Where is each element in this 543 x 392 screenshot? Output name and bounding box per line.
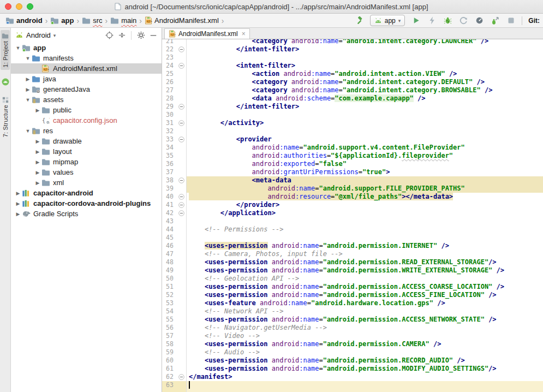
fold-marker-icon[interactable]	[177, 201, 187, 209]
code-line-60[interactable]: 60 <uses-permission android:name="androi…	[162, 357, 543, 365]
tree-chevron-right-icon[interactable]: ▶	[24, 87, 32, 92]
profiler-gauge-icon[interactable]	[474, 16, 484, 26]
code-line-57[interactable]: 57 <!-- Video -->	[162, 332, 543, 340]
tree-item-assets[interactable]: ▼assets	[11, 94, 162, 105]
fold-marker-icon[interactable]	[177, 209, 187, 217]
run-button[interactable]	[411, 16, 421, 26]
code-line-45[interactable]: 45	[162, 234, 543, 242]
code-line-34[interactable]: 34 android:name="android.support.v4.cont…	[162, 144, 543, 152]
rail-item-7-structure[interactable]: 7: Structure	[1, 94, 10, 140]
code-line-26[interactable]: 26 <category android:name="android.inten…	[162, 78, 543, 86]
breadcrumb-item-app[interactable]: app	[49, 16, 75, 25]
fold-marker-icon[interactable]	[177, 193, 187, 201]
tree-item-public[interactable]: ▶public	[11, 105, 162, 115]
code-line-48[interactable]: 48 <uses-permission android:name="androi…	[162, 258, 543, 266]
breadcrumb-item-android[interactable]: android	[4, 16, 44, 25]
tree-item-capacitor-config-json[interactable]: { }capacitor.config.json	[11, 115, 162, 126]
code-line-24[interactable]: 24 <intent-filter>	[162, 62, 543, 70]
tree-chevron-down-icon[interactable]: ▼	[14, 45, 22, 51]
settings-gear-icon[interactable]	[136, 31, 146, 40]
fold-marker-icon[interactable]	[177, 62, 187, 70]
fold-marker-icon[interactable]	[177, 103, 187, 111]
tree-chevron-right-icon[interactable]: ▶	[14, 191, 22, 196]
debug-button[interactable]	[443, 16, 452, 26]
tree-chevron-down-icon[interactable]: ▼	[24, 56, 32, 61]
tree-chevron-right-icon[interactable]: ▶	[34, 149, 41, 155]
code-line-30[interactable]: 30	[162, 111, 543, 119]
hide-panel-icon[interactable]	[148, 31, 158, 40]
tree-item-app[interactable]: ▼app	[11, 43, 162, 53]
code-line-46[interactable]: 46 <uses-permission android:name="androi…	[162, 242, 543, 250]
code-line-33[interactable]: 33 <provider	[162, 135, 543, 144]
tree-item-androidmanifest-xml[interactable]: </>AndroidManifest.xml	[11, 63, 162, 74]
fold-marker-icon[interactable]	[177, 45, 187, 54]
tree-chevron-right-icon[interactable]: ▶	[34, 180, 41, 186]
tree-item-drawable[interactable]: ▶drawable	[11, 136, 162, 146]
fold-marker-icon[interactable]	[177, 373, 187, 381]
tree-item-res[interactable]: ▼res	[11, 126, 162, 136]
tree-item-capacitor-cordova-android-plugins[interactable]: ▶capacitor-cordova-android-plugins	[11, 198, 162, 209]
fold-marker-icon[interactable]	[177, 135, 187, 144]
tree-item-xml[interactable]: ▶xml	[11, 177, 162, 188]
code-line-49[interactable]: 49 <uses-permission android:name="androi…	[162, 266, 543, 275]
code-line-40[interactable]: 40 android:resource="@xml/file_paths"></…	[162, 193, 543, 201]
code-line-62[interactable]: 62</manifest>	[162, 373, 543, 381]
code-line-32[interactable]: 32	[162, 127, 543, 135]
zoom-window-button[interactable]	[27, 3, 33, 10]
tree-item-java[interactable]: ▶java	[11, 74, 162, 84]
breadcrumb-item-src[interactable]: src	[81, 16, 103, 25]
rail-item-android-badge[interactable]	[1, 75, 10, 88]
code-line-39[interactable]: 39 android:name="android.support.FILE_PR…	[162, 185, 543, 193]
code-line-35[interactable]: 35 android:authorities="${applicationId}…	[162, 152, 543, 160]
code-line-55[interactable]: 55 <uses-permission android:name="androi…	[162, 316, 543, 324]
code-line-59[interactable]: 59 <!-- Audio -->	[162, 348, 543, 357]
code-line-21[interactable]: 21 <category android:name="android.inten…	[162, 39, 543, 45]
apply-changes-lightning-icon[interactable]	[427, 16, 437, 26]
project-view-selector[interactable]: Android	[26, 31, 51, 39]
collapse-all-icon[interactable]	[117, 31, 127, 40]
code-line-37[interactable]: 37 android:grantUriPermissions="true">	[162, 168, 543, 176]
stop-button[interactable]	[506, 16, 516, 26]
breadcrumb-item-main[interactable]: main	[109, 16, 138, 25]
tree-item-manifests[interactable]: ▼manifests	[11, 53, 162, 63]
locate-file-icon[interactable]	[104, 31, 114, 40]
chevron-down-icon[interactable]: ▾	[53, 33, 56, 38]
code-line-54[interactable]: 54 <!-- Network API -->	[162, 307, 543, 316]
code-editor[interactable]: 21 <category android:name="android.inten…	[162, 39, 543, 392]
code-line-41[interactable]: 41 </provider>	[162, 201, 543, 209]
profile-app-icon[interactable]	[458, 16, 468, 26]
tree-chevron-down-icon[interactable]: ▼	[24, 128, 32, 134]
run-configuration-select[interactable]: app ▾	[370, 15, 405, 26]
tree-item-capacitor-android[interactable]: ▶capacitor-android	[11, 188, 162, 198]
code-line-43[interactable]: 43	[162, 217, 543, 225]
code-line-63[interactable]: 63	[162, 381, 543, 392]
fold-marker-icon[interactable]	[177, 119, 187, 127]
code-line-29[interactable]: 29 </intent-filter>	[162, 103, 543, 111]
tree-item-generatedjava[interactable]: ▶generatedJava	[11, 84, 162, 94]
tree-chevron-right-icon[interactable]: ▶	[34, 108, 41, 113]
code-line-27[interactable]: 27 <category android:name="android.inten…	[162, 86, 543, 94]
code-line-22[interactable]: 22 </intent-filter>	[162, 45, 543, 54]
code-line-38[interactable]: 38 <meta-data	[162, 176, 543, 185]
code-line-47[interactable]: 47 <!-- Camera, Photos, input file -->	[162, 250, 543, 258]
code-line-36[interactable]: 36 android:exported="false"	[162, 160, 543, 168]
code-line-28[interactable]: 28 <data android:scheme="com.example.cap…	[162, 94, 543, 103]
code-line-51[interactable]: 51 <uses-permission android:name="androi…	[162, 283, 543, 291]
tree-chevron-down-icon[interactable]: ▼	[24, 97, 32, 103]
tree-item-gradle-scripts[interactable]: ▶Gradle Scripts	[11, 209, 162, 219]
tree-chevron-right-icon[interactable]: ▶	[14, 201, 22, 206]
tree-chevron-right-icon[interactable]: ▶	[14, 211, 22, 217]
code-line-50[interactable]: 50 <!-- Geolocation API -->	[162, 275, 543, 283]
build-hammer-icon[interactable]	[354, 16, 364, 26]
tree-item-values[interactable]: ▶values	[11, 167, 162, 177]
code-line-61[interactable]: 61 <uses-permission android:name="androi…	[162, 365, 543, 373]
tree-chevron-right-icon[interactable]: ▶	[34, 139, 41, 144]
tree-item-mipmap[interactable]: ▶mipmap	[11, 157, 162, 167]
close-tab-icon[interactable]: ×	[241, 31, 246, 37]
tab-androidmanifest[interactable]: </> AndroidManifest.xml ×	[164, 28, 250, 39]
code-line-56[interactable]: 56 <!-- Navigator.getUserMedia -->	[162, 324, 543, 332]
code-line-23[interactable]: 23	[162, 54, 543, 62]
tree-item-layout[interactable]: ▶layout	[11, 146, 162, 157]
rail-item-1-project[interactable]: 1: Project	[1, 30, 10, 70]
code-line-31[interactable]: 31 </activity>	[162, 119, 543, 127]
